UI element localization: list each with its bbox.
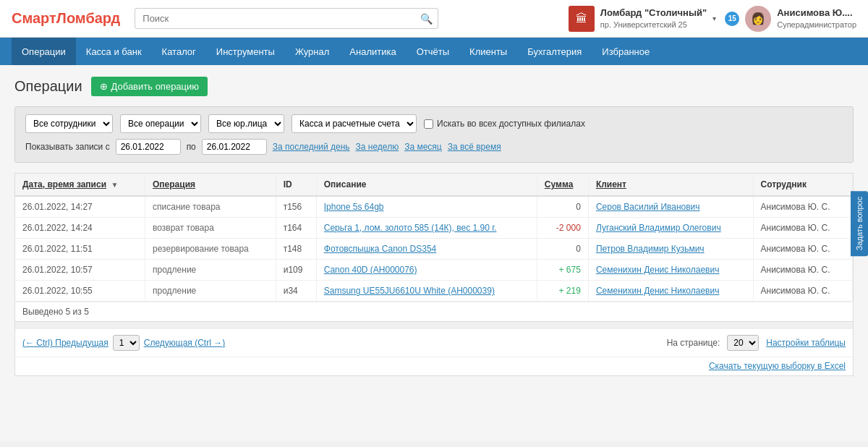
cell-sum: 0 bbox=[537, 239, 588, 260]
download-excel-link[interactable]: Скачать текущую выборку в Excel bbox=[709, 361, 846, 371]
description-link[interactable]: Iphone 5s 64gb bbox=[324, 202, 384, 212]
cell-description: Canon 40D (АН000076) bbox=[316, 260, 537, 281]
operations-filter[interactable]: Все операции bbox=[120, 114, 201, 133]
cell-client: Серов Василий Иванович bbox=[588, 196, 753, 218]
branch-info[interactable]: 🏛 Ломбард "Столичный" пр. Университетски… bbox=[569, 6, 716, 32]
cell-sum: 0 bbox=[537, 196, 588, 218]
nav-item-journal[interactable]: Журнал bbox=[285, 38, 339, 65]
cell-date: 26.01.2022, 10:57 bbox=[15, 260, 145, 281]
count-row: Выведено 5 из 5 bbox=[15, 302, 853, 321]
client-link[interactable]: Семенихин Денис Николаевич bbox=[596, 286, 720, 296]
all-branches-checkbox-label[interactable]: Искать во всех доступных филиалах bbox=[424, 119, 585, 129]
cell-description: Серьга 1, лом. золото 585 (14К), вес 1.9… bbox=[316, 218, 537, 239]
search-button[interactable]: 🔍 bbox=[420, 13, 433, 25]
page-title: Операции bbox=[14, 78, 82, 95]
cell-operation: продление bbox=[145, 281, 276, 302]
cell-description: Iphone 5s 64gb bbox=[316, 196, 537, 218]
cell-sum: + 675 bbox=[537, 260, 588, 281]
cell-operation: продление bbox=[145, 260, 276, 281]
cell-description: Фотовспышка Canon DS354 bbox=[316, 239, 537, 260]
nav-item-catalog[interactable]: Каталог bbox=[152, 38, 206, 65]
cell-staff: Анисимова Ю. С. bbox=[753, 260, 852, 281]
cell-sum: -2 000 bbox=[537, 218, 588, 239]
date-from-input[interactable] bbox=[116, 139, 181, 155]
cell-operation: резервирование товара bbox=[145, 239, 276, 260]
cell-staff: Анисимова Ю. С. bbox=[753, 281, 852, 302]
date-to-input[interactable] bbox=[202, 139, 267, 155]
chevron-down-icon: ▾ bbox=[712, 14, 716, 22]
page-header: Операции ⊕ Добавить операцию bbox=[14, 77, 854, 96]
client-link[interactable]: Петров Владимир Кузьмич bbox=[596, 244, 705, 254]
next-page-button[interactable]: Следующая (Ctrl →) bbox=[144, 338, 225, 348]
legal-entity-filter[interactable]: Все юр.лица bbox=[208, 114, 284, 133]
description-link[interactable]: Samsung UE55JU6610U White (АН000039) bbox=[324, 286, 495, 296]
description-link[interactable]: Серьга 1, лом. золото 585 (14К), вес 1.9… bbox=[324, 223, 497, 233]
nav-item-analytics[interactable]: Аналитика bbox=[339, 38, 406, 65]
feedback-panel: Задать вопрос bbox=[851, 191, 868, 256]
cell-client: Семенихин Денис Николаевич bbox=[588, 260, 753, 281]
cell-id: и109 bbox=[276, 260, 316, 281]
nav-item-reports[interactable]: Отчёты bbox=[407, 38, 459, 65]
col-description[interactable]: Описание bbox=[316, 174, 537, 196]
main-nav: Операции Касса и банк Каталог Инструмент… bbox=[0, 38, 868, 65]
user-name: Анисимова Ю.... bbox=[777, 7, 856, 20]
col-sum[interactable]: Сумма bbox=[537, 174, 588, 196]
client-link[interactable]: Серов Василий Иванович bbox=[596, 202, 700, 212]
accounts-filter[interactable]: Касса и расчетные счета bbox=[292, 114, 417, 133]
table-settings-link[interactable]: Настройки таблицы bbox=[766, 338, 846, 348]
nav-item-tools[interactable]: Инструменты bbox=[206, 38, 285, 65]
col-staff[interactable]: Сотрудник bbox=[753, 174, 852, 196]
description-link[interactable]: Фотовспышка Canon DS354 bbox=[324, 244, 436, 254]
description-link[interactable]: Canon 40D (АН000076) bbox=[324, 265, 417, 275]
horizontal-scrollbar[interactable] bbox=[15, 321, 853, 328]
cell-description: Samsung UE55JU6610U White (АН000039) bbox=[316, 281, 537, 302]
cell-staff: Анисимова Ю. С. bbox=[753, 196, 852, 218]
table-row: 26.01.2022, 11:51 резервирование товара … bbox=[15, 239, 853, 260]
header: СмартЛомбард 🔍 🏛 Ломбард "Столичный" пр.… bbox=[0, 0, 868, 38]
cell-operation: списание товара bbox=[145, 196, 276, 218]
nav-item-clients[interactable]: Клиенты bbox=[459, 38, 517, 65]
period-week-link[interactable]: За неделю bbox=[356, 142, 399, 152]
cell-client: Луганский Владимир Олегович bbox=[588, 218, 753, 239]
period-all-link[interactable]: За всё время bbox=[448, 142, 501, 152]
cell-id: и34 bbox=[276, 281, 316, 302]
nav-item-operations[interactable]: Операции bbox=[12, 38, 76, 65]
add-operation-button[interactable]: ⊕ Добавить операцию bbox=[91, 77, 208, 96]
col-id[interactable]: ID bbox=[276, 174, 316, 196]
search-input[interactable] bbox=[135, 8, 438, 29]
add-button-label: Добавить операцию bbox=[111, 81, 199, 92]
cell-staff: Анисимова Ю. С. bbox=[753, 218, 852, 239]
excel-row: Скачать текущую выборку в Excel bbox=[15, 357, 853, 375]
col-operation[interactable]: Операция bbox=[145, 174, 276, 196]
user-text: Анисимова Ю.... Суперадминистратор bbox=[777, 7, 856, 30]
page-select[interactable]: 1 bbox=[113, 335, 140, 351]
per-page-label: На странице: bbox=[667, 338, 720, 348]
period-month-link[interactable]: За месяц bbox=[404, 142, 442, 152]
nav-item-cashbank[interactable]: Касса и банк bbox=[76, 38, 152, 65]
cell-client: Петров Владимир Кузьмич bbox=[588, 239, 753, 260]
search-box: 🔍 bbox=[135, 8, 438, 29]
pagination-row: (← Ctrl) Предыдущая 1 Следующая (Ctrl →)… bbox=[15, 328, 853, 357]
branch-logo: 🏛 bbox=[569, 6, 595, 32]
user-info[interactable]: 15 👩 Анисимова Ю.... Суперадминистратор bbox=[725, 6, 856, 32]
col-client[interactable]: Клиент bbox=[588, 174, 753, 196]
client-link[interactable]: Семенихин Денис Николаевич bbox=[596, 265, 720, 275]
employees-filter[interactable]: Все сотрудники bbox=[25, 114, 113, 133]
all-branches-checkbox[interactable] bbox=[424, 119, 433, 129]
filters-row-1: Все сотрудники Все операции Все юр.лица … bbox=[25, 114, 843, 133]
per-page-select[interactable]: 20 bbox=[727, 335, 759, 351]
period-day-link[interactable]: За последний день bbox=[273, 142, 350, 152]
feedback-button[interactable]: Задать вопрос bbox=[851, 191, 868, 256]
branch-name: Ломбард "Столичный" bbox=[600, 7, 707, 20]
count-text: Выведено 5 из 5 bbox=[22, 307, 89, 317]
table-container: Дата, время записи ▼ Операция ID Описани… bbox=[14, 173, 854, 376]
nav-item-favorites[interactable]: Избранное bbox=[592, 38, 660, 65]
prev-page-button[interactable]: (← Ctrl) Предыдущая bbox=[22, 338, 109, 348]
nav-item-accounting[interactable]: Бухгалтерия bbox=[517, 38, 592, 65]
col-date[interactable]: Дата, время записи ▼ bbox=[15, 174, 145, 196]
client-link[interactable]: Луганский Владимир Олегович bbox=[596, 223, 721, 233]
pagination-right: На странице: 20 Настройки таблицы bbox=[667, 335, 846, 351]
table-row: 26.01.2022, 14:27 списание товара т156 I… bbox=[15, 196, 853, 218]
header-right: 🏛 Ломбард "Столичный" пр. Университетски… bbox=[569, 6, 856, 32]
date-to-label: по bbox=[187, 142, 196, 152]
